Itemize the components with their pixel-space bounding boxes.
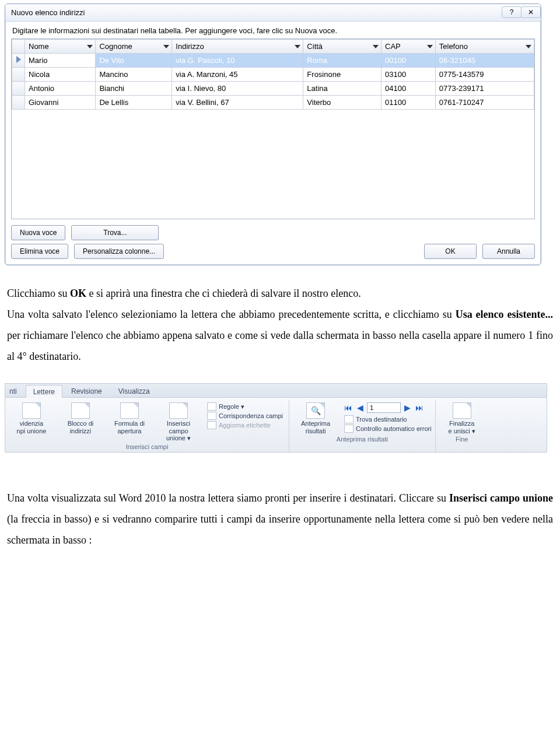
table-cell[interactable]: 0773-239171 — [435, 82, 534, 96]
document-icon — [169, 402, 188, 419]
table-cell[interactable]: 01100 — [382, 96, 436, 110]
ok-button[interactable]: OK — [424, 244, 477, 259]
dialog-titlebar: Nuovo elenco indirizzi ? ✕ — [5, 4, 541, 22]
chevron-down-icon[interactable] — [87, 45, 93, 48]
find-recipient-button[interactable]: Trova destinatario — [344, 415, 432, 423]
ribbon-tabs: nti Lettere Revisione Visualizza — [5, 384, 547, 398]
address-grid[interactable]: Nome Cognome Indirizzo Città CAP Telefon… — [11, 38, 535, 219]
table-cell[interactable]: Frosinone — [303, 68, 382, 82]
table-cell[interactable]: via G. Pascoli, 10 — [172, 54, 303, 68]
table-cell[interactable]: 00100 — [382, 54, 436, 68]
chevron-down-icon[interactable] — [163, 45, 169, 48]
word-ribbon: nti Lettere Revisione Visualizza videnzi… — [5, 383, 547, 453]
table-cell[interactable]: Bianchi — [96, 82, 172, 96]
document-icon — [22, 402, 41, 419]
chevron-down-icon[interactable] — [295, 45, 300, 48]
tab-revisione[interactable]: Revisione — [64, 384, 110, 397]
record-navigator: ⏮ ◀ ▶ ⏭ — [342, 401, 432, 414]
rules-button[interactable]: Regole ▾ — [207, 402, 283, 411]
column-header-cap[interactable]: CAP — [382, 40, 436, 54]
ribbon-group-anteprima-risultati: 🔍 Anteprimarisultati ⏮ ◀ ▶ ⏭ Trova desti… — [289, 400, 436, 452]
record-number-input[interactable] — [367, 402, 401, 413]
ribbon-group-inserisci-campi: videnzianpi unione Blocco diindirizzi Fo… — [5, 400, 289, 452]
table-cell[interactable]: 06-321045 — [435, 54, 534, 68]
greeting-line-button[interactable]: Formula diapertura — [107, 401, 152, 434]
column-header-cognome[interactable]: Cognome — [96, 40, 172, 54]
table-cell[interactable]: 03100 — [382, 68, 436, 82]
labels-icon — [207, 421, 216, 429]
check-icon — [344, 425, 354, 433]
table-cell[interactable]: Roma — [303, 54, 382, 68]
table-cell[interactable]: via V. Bellini, 67 — [172, 96, 303, 110]
rules-icon — [207, 402, 216, 411]
tab-lettere[interactable]: Lettere — [26, 385, 62, 398]
finish-merge-button[interactable]: Finalizzae unisci ▾ — [439, 401, 485, 434]
column-header-citta[interactable]: Città — [303, 40, 382, 54]
row-header[interactable] — [12, 82, 25, 96]
magnifier-icon: 🔍 — [306, 402, 325, 419]
preview-results-button[interactable]: 🔍 Anteprimarisultati — [293, 401, 338, 434]
insert-merge-field-button[interactable]: Inserisci campounione ▾ — [156, 401, 201, 442]
table-row[interactable]: GiovanniDe Lellisvia V. Bellini, 67Viter… — [12, 96, 534, 110]
tab-visualizza[interactable]: Visualizza — [111, 384, 158, 397]
table-cell[interactable]: Latina — [303, 82, 382, 96]
chevron-down-icon[interactable] — [373, 45, 379, 48]
ribbon-group-fine: Finalizzae unisci ▾ Fine — [436, 400, 488, 452]
last-record-button[interactable]: ⏭ — [414, 403, 425, 412]
find-button[interactable]: Trova... — [71, 225, 159, 240]
row-header-corner — [12, 40, 25, 54]
row-header[interactable] — [12, 68, 25, 82]
table-cell[interactable]: Nicola — [25, 68, 96, 82]
table-cell[interactable]: Antonio — [25, 82, 96, 96]
first-record-button[interactable]: ⏮ — [343, 403, 354, 412]
delete-entry-button[interactable]: Elimina voce — [11, 244, 68, 259]
current-row-icon — [16, 56, 21, 63]
prev-record-button[interactable]: ◀ — [356, 403, 365, 412]
table-row[interactable]: NicolaMancinovia A. Manzoni, 45Frosinone… — [12, 68, 534, 82]
document-paragraph: Una volta visualizzata sul Word 2010 la … — [7, 488, 553, 551]
table-cell[interactable]: Mancino — [96, 68, 172, 82]
column-header-nome[interactable]: Nome — [25, 40, 96, 54]
document-icon — [120, 402, 139, 419]
table-cell[interactable]: Giovanni — [25, 96, 96, 110]
table-row[interactable]: AntonioBianchivia I. Nievo, 80Latina0410… — [12, 82, 534, 96]
table-row[interactable]: MarioDe Vitovia G. Pascoli, 10Roma001000… — [12, 54, 534, 68]
cancel-button[interactable]: Annulla — [482, 244, 535, 259]
table-cell[interactable]: Mario — [25, 54, 96, 68]
table-cell[interactable]: via I. Nievo, 80 — [172, 82, 303, 96]
close-button[interactable]: ✕ — [521, 6, 541, 18]
auto-check-errors-button[interactable]: Controllo automatico errori — [344, 425, 432, 433]
find-icon — [344, 415, 354, 423]
match-fields-icon — [207, 412, 216, 420]
new-address-list-dialog: Nuovo elenco indirizzi ? ✕ Digitare le i… — [5, 3, 541, 265]
table-cell[interactable]: De Lellis — [96, 96, 172, 110]
group-label: Fine — [456, 434, 468, 444]
row-header[interactable] — [12, 96, 25, 110]
table-cell[interactable]: Viterbo — [303, 96, 382, 110]
table-cell[interactable]: 0761-710247 — [435, 96, 534, 110]
table-cell[interactable]: 04100 — [382, 82, 436, 96]
customize-columns-button[interactable]: Personalizza colonne... — [74, 244, 164, 259]
help-button[interactable]: ? — [502, 6, 522, 18]
update-labels-button: Aggiorna etichette — [207, 421, 283, 429]
dialog-instruction: Digitare le informazioni sui destinatari… — [11, 25, 535, 38]
highlight-merge-fields-button[interactable]: videnzianpi unione — [9, 401, 54, 434]
table-cell[interactable]: 0775-143579 — [435, 68, 534, 82]
group-label: Anteprima risultati — [337, 434, 388, 444]
dialog-title: Nuovo elenco indirizzi — [11, 8, 85, 17]
match-fields-button[interactable]: Corrispondenza campi — [207, 412, 283, 420]
next-record-button[interactable]: ▶ — [403, 403, 412, 412]
table-cell[interactable]: via A. Manzoni, 45 — [172, 68, 303, 82]
finish-icon — [453, 402, 471, 419]
table-cell[interactable]: De Vito — [96, 54, 172, 68]
chevron-down-icon[interactable] — [526, 45, 531, 48]
row-header[interactable] — [12, 54, 25, 68]
column-header-telefono[interactable]: Telefono — [435, 40, 534, 54]
chevron-down-icon[interactable] — [427, 45, 433, 48]
address-block-button[interactable]: Blocco diindirizzi — [58, 401, 103, 434]
dialog-body: Digitare le informazioni sui destinatari… — [5, 22, 541, 265]
column-header-indirizzo[interactable]: Indirizzo — [172, 40, 303, 54]
group-label: Inserisci campi — [126, 442, 169, 452]
new-entry-button[interactable]: Nuova voce — [11, 225, 65, 240]
tab-cut[interactable]: nti — [6, 384, 24, 397]
